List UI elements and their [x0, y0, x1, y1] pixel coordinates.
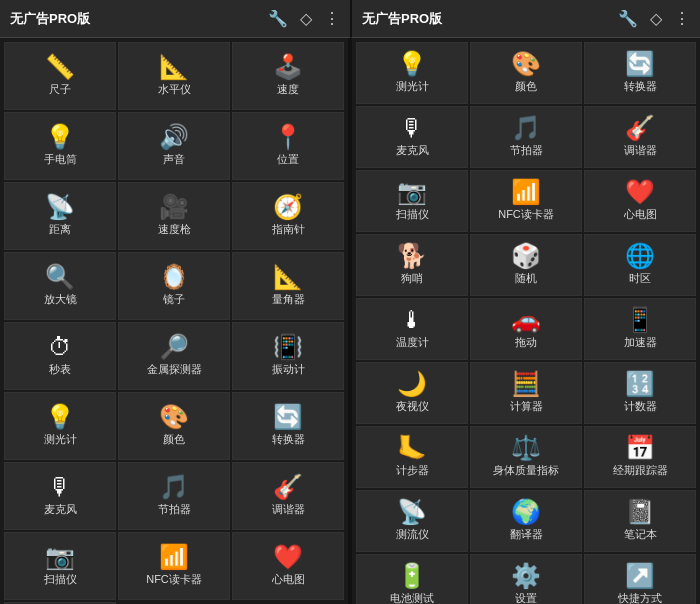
grid-cell-4[interactable]: 🎵节拍器 — [470, 106, 582, 168]
left-diamond-icon[interactable]: ◇ — [300, 9, 312, 28]
cell-label-15: 夜视仪 — [396, 400, 429, 413]
grid-cell-22[interactable]: 🌍翻译器 — [470, 490, 582, 552]
grid-cell-1[interactable]: 📐水平仪 — [118, 42, 230, 110]
grid-cell-11[interactable]: 🌐时区 — [584, 234, 696, 296]
grid-cell-23[interactable]: ❤️心电图 — [232, 532, 344, 600]
cell-label-5: 调谐器 — [624, 144, 657, 157]
grid-cell-17[interactable]: 🔄转换器 — [232, 392, 344, 460]
grid-cell-25[interactable]: ⚙️设置 — [470, 554, 582, 604]
grid-cell-22[interactable]: 📶NFC读卡器 — [118, 532, 230, 600]
grid-cell-12[interactable]: 🌡温度计 — [356, 298, 468, 360]
cell-label-5: 位置 — [277, 153, 299, 166]
grid-cell-8[interactable]: 🧭指南针 — [232, 182, 344, 250]
grid-cell-0[interactable]: 📏尺子 — [4, 42, 116, 110]
left-wrench-icon[interactable]: 🔧 — [268, 9, 288, 28]
left-panel: 📏尺子📐水平仪🕹️速度💡手电筒🔊声音📍位置📡距离🎥速度枪🧭指南针🔍放大镜🪞镜子📐… — [0, 38, 348, 604]
right-diamond-icon[interactable]: ◇ — [650, 9, 662, 28]
grid-cell-15[interactable]: 💡测光计 — [4, 392, 116, 460]
grid-cell-15[interactable]: 🌙夜视仪 — [356, 362, 468, 424]
grid-cell-16[interactable]: 🧮计算器 — [470, 362, 582, 424]
grid-cell-8[interactable]: ❤️心电图 — [584, 170, 696, 232]
right-wrench-icon[interactable]: 🔧 — [618, 9, 638, 28]
cell-icon-2: 🔄 — [625, 52, 655, 76]
cell-icon-19: ⚖️ — [511, 436, 541, 460]
cell-icon-12: ⏱ — [48, 335, 72, 359]
cell-label-16: 计算器 — [510, 400, 543, 413]
cell-icon-3: 💡 — [45, 125, 75, 149]
left-more-icon[interactable]: ⋮ — [324, 9, 340, 28]
cell-label-14: 振动计 — [272, 363, 305, 376]
grid-cell-17[interactable]: 🔢计数器 — [584, 362, 696, 424]
grid-cell-14[interactable]: 📳振动计 — [232, 322, 344, 390]
cell-icon-1: 📐 — [159, 55, 189, 79]
grid-cell-0[interactable]: 💡测光计 — [356, 42, 468, 104]
cell-icon-22: 📶 — [159, 545, 189, 569]
cell-label-2: 转换器 — [624, 80, 657, 93]
grid-cell-19[interactable]: ⚖️身体质量指标 — [470, 426, 582, 488]
cell-label-7: NFC读卡器 — [498, 208, 554, 221]
grid-cell-14[interactable]: 📱加速器 — [584, 298, 696, 360]
grid-cell-11[interactable]: 📐量角器 — [232, 252, 344, 320]
grid-cell-6[interactable]: 📷扫描仪 — [356, 170, 468, 232]
grid-cell-5[interactable]: 🎸调谐器 — [584, 106, 696, 168]
cell-label-20: 调谐器 — [272, 503, 305, 516]
grid-cell-5[interactable]: 📍位置 — [232, 112, 344, 180]
cell-icon-24: 🔋 — [397, 564, 427, 588]
grid-cell-7[interactable]: 📶NFC读卡器 — [470, 170, 582, 232]
grid-cell-3[interactable]: 💡手电筒 — [4, 112, 116, 180]
cell-icon-9: 🔍 — [45, 265, 75, 289]
grid-cell-10[interactable]: 🪞镜子 — [118, 252, 230, 320]
cell-label-21: 测流仪 — [396, 528, 429, 541]
grid-cell-18[interactable]: 🦶计步器 — [356, 426, 468, 488]
cell-icon-18: 🎙 — [48, 475, 72, 499]
grid-cell-6[interactable]: 📡距离 — [4, 182, 116, 250]
cell-label-12: 温度计 — [396, 336, 429, 349]
grid-cell-20[interactable]: 🎸调谐器 — [232, 462, 344, 530]
cell-label-26: 快捷方式 — [618, 592, 662, 604]
cell-label-1: 水平仪 — [158, 83, 191, 96]
cell-label-0: 尺子 — [49, 83, 71, 96]
grid-cell-23[interactable]: 📓笔记本 — [584, 490, 696, 552]
grid-cell-20[interactable]: 📅经期跟踪器 — [584, 426, 696, 488]
grid-cell-7[interactable]: 🎥速度枪 — [118, 182, 230, 250]
grid-cell-13[interactable]: 🚗拖动 — [470, 298, 582, 360]
cell-icon-18: 🦶 — [397, 436, 427, 460]
cell-icon-2: 🕹️ — [273, 55, 303, 79]
cell-icon-22: 🌍 — [511, 500, 541, 524]
cell-icon-15: 🌙 — [397, 372, 427, 396]
cell-label-3: 手电筒 — [44, 153, 77, 166]
grid-cell-2[interactable]: 🕹️速度 — [232, 42, 344, 110]
cell-label-14: 加速器 — [624, 336, 657, 349]
cell-label-18: 麦克风 — [44, 503, 77, 516]
cell-label-18: 计步器 — [396, 464, 429, 477]
cell-label-10: 随机 — [515, 272, 537, 285]
grid-cell-19[interactable]: 🎵节拍器 — [118, 462, 230, 530]
cell-icon-6: 📡 — [45, 195, 75, 219]
grid-cell-21[interactable]: 📷扫描仪 — [4, 532, 116, 600]
cell-label-23: 心电图 — [272, 573, 305, 586]
grid-cell-26[interactable]: ↗️快捷方式 — [584, 554, 696, 604]
grid-cell-9[interactable]: 🔍放大镜 — [4, 252, 116, 320]
cell-icon-13: 🚗 — [511, 308, 541, 332]
cell-label-19: 节拍器 — [158, 503, 191, 516]
cell-icon-7: 📶 — [511, 180, 541, 204]
grid-cell-1[interactable]: 🎨颜色 — [470, 42, 582, 104]
grid-cell-13[interactable]: 🔎金属探测器 — [118, 322, 230, 390]
grid-cell-9[interactable]: 🐕狗哨 — [356, 234, 468, 296]
grid-cell-24[interactable]: 🔋电池测试 — [356, 554, 468, 604]
right-more-icon[interactable]: ⋮ — [674, 9, 690, 28]
grid-cell-12[interactable]: ⏱秒表 — [4, 322, 116, 390]
grid-cell-18[interactable]: 🎙麦克风 — [4, 462, 116, 530]
grid-cell-21[interactable]: 📡测流仪 — [356, 490, 468, 552]
cell-label-6: 扫描仪 — [396, 208, 429, 221]
grid-cell-16[interactable]: 🎨颜色 — [118, 392, 230, 460]
cell-label-16: 颜色 — [163, 433, 185, 446]
cell-icon-21: 📷 — [45, 545, 75, 569]
grid-cell-3[interactable]: 🎙麦克风 — [356, 106, 468, 168]
cell-icon-26: ↗️ — [625, 564, 655, 588]
cell-label-0: 测光计 — [396, 80, 429, 93]
grid-cell-2[interactable]: 🔄转换器 — [584, 42, 696, 104]
cell-icon-0: 📏 — [45, 55, 75, 79]
grid-cell-10[interactable]: 🎲随机 — [470, 234, 582, 296]
grid-cell-4[interactable]: 🔊声音 — [118, 112, 230, 180]
